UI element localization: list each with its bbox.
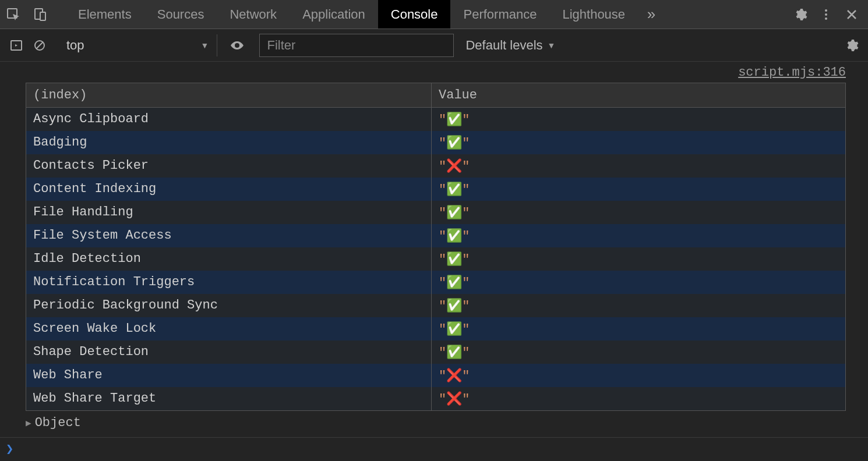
console-settings-gear-icon[interactable] — [840, 34, 863, 57]
table-row[interactable]: Notification Triggers"✅" — [26, 271, 845, 294]
table-cell-value: "✅" — [432, 341, 845, 364]
table-row[interactable]: Contacts Picker"❌" — [26, 154, 845, 178]
table-cell-value: "❌" — [432, 154, 845, 178]
table-row[interactable]: Shape Detection"✅" — [26, 341, 845, 364]
table-row[interactable]: Web Share"❌" — [26, 364, 845, 387]
table-row[interactable]: Idle Detection"✅" — [26, 247, 845, 271]
table-row[interactable]: Badging"✅" — [26, 131, 845, 154]
table-cell-value: "✅" — [432, 317, 845, 341]
table-cell-value: "✅" — [432, 131, 845, 154]
tab-application[interactable]: Application — [290, 0, 378, 29]
message-source-row: script.mjs:316 — [0, 62, 868, 83]
tab-console[interactable]: Console — [378, 0, 451, 29]
console-input[interactable] — [19, 442, 862, 456]
tab-network[interactable]: Network — [217, 0, 290, 29]
table-cell-index: Content Indexing — [26, 178, 432, 201]
table-header-value[interactable]: Value — [432, 83, 845, 107]
console-table: (index) Value Async Clipboard"✅"Badging"… — [26, 83, 846, 411]
source-link[interactable]: script.mjs:316 — [738, 65, 846, 80]
execution-context-select[interactable]: top ▼ — [59, 34, 217, 56]
execution-context-label: top — [66, 38, 84, 53]
table-cell-value: "✅" — [432, 271, 845, 294]
live-expression-icon[interactable] — [225, 34, 249, 57]
object-expander[interactable]: ▶ Object — [26, 413, 868, 437]
chevron-down-icon: ▼ — [548, 41, 556, 50]
log-levels-label: Default levels — [465, 38, 542, 53]
log-levels-select[interactable]: Default levels ▼ — [465, 38, 555, 53]
console-toolbar: top ▼ Default levels ▼ — [0, 29, 868, 62]
svg-rect-2 — [40, 12, 45, 20]
table-cell-value: "❌" — [432, 364, 845, 387]
panel-tabs: ElementsSourcesNetworkApplicationConsole… — [65, 0, 638, 29]
table-row[interactable]: Periodic Background Sync"✅" — [26, 294, 845, 317]
disclosure-triangle-icon: ▶ — [26, 417, 31, 429]
tab-sources[interactable]: Sources — [144, 0, 217, 29]
console-filter-input[interactable] — [259, 34, 454, 57]
table-cell-value: "✅" — [432, 247, 845, 271]
table-cell-value: "❌" — [432, 387, 845, 410]
table-cell-index: Idle Detection — [26, 247, 432, 271]
table-row[interactable]: Async Clipboard"✅" — [26, 108, 845, 131]
tab-performance[interactable]: Performance — [450, 0, 549, 29]
table-cell-index: Screen Wake Lock — [26, 317, 432, 341]
table-cell-index: File Handling — [26, 201, 432, 224]
table-cell-value: "✅" — [432, 178, 845, 201]
table-row[interactable]: File Handling"✅" — [26, 201, 845, 224]
object-label: Object — [35, 416, 81, 430]
table-cell-index: Web Share — [26, 364, 432, 387]
table-cell-index: Shape Detection — [26, 341, 432, 364]
gear-icon[interactable] — [788, 0, 813, 29]
table-row[interactable]: Content Indexing"✅" — [26, 178, 845, 201]
svg-point-5 — [825, 17, 827, 20]
table-cell-index: Web Share Target — [26, 387, 432, 410]
console-sidebar-toggle-icon[interactable] — [5, 34, 28, 57]
console-prompt-row[interactable]: ❯ — [0, 437, 868, 460]
clear-console-icon[interactable] — [28, 34, 51, 57]
kebab-menu-icon[interactable] — [813, 0, 839, 29]
tab-elements[interactable]: Elements — [65, 0, 144, 29]
table-row[interactable]: Screen Wake Lock"✅" — [26, 317, 845, 341]
table-row[interactable]: Web Share Target"❌" — [26, 387, 845, 410]
device-toolbar-icon[interactable] — [27, 0, 54, 29]
table-cell-index: File System Access — [26, 224, 432, 247]
table-header-row: (index) Value — [26, 83, 845, 108]
console-output: script.mjs:316 (index) Value Async Clipb… — [0, 62, 868, 437]
svg-point-4 — [825, 13, 827, 16]
more-tabs-button[interactable]: » — [638, 0, 665, 29]
chevron-down-icon: ▼ — [201, 41, 209, 50]
table-header-index[interactable]: (index) — [26, 83, 432, 107]
table-body: Async Clipboard"✅"Badging"✅"Contacts Pic… — [26, 108, 845, 410]
table-row[interactable]: File System Access"✅" — [26, 224, 845, 247]
table-cell-value: "✅" — [432, 108, 845, 131]
table-cell-index: Badging — [26, 131, 432, 154]
tab-lighthouse[interactable]: Lighthouse — [549, 0, 638, 29]
table-cell-index: Async Clipboard — [26, 108, 432, 131]
inspect-element-icon[interactable] — [0, 0, 27, 29]
table-cell-value: "✅" — [432, 294, 845, 317]
tabbar-right-icons — [788, 0, 868, 29]
close-icon[interactable] — [839, 0, 865, 29]
table-cell-index: Periodic Background Sync — [26, 294, 432, 317]
svg-point-3 — [825, 9, 827, 12]
table-cell-value: "✅" — [432, 201, 845, 224]
table-cell-value: "✅" — [432, 224, 845, 247]
table-cell-index: Notification Triggers — [26, 271, 432, 294]
prompt-caret-icon: ❯ — [6, 441, 13, 457]
devtools-tabbar: ElementsSourcesNetworkApplicationConsole… — [0, 0, 868, 29]
table-cell-index: Contacts Picker — [26, 154, 432, 178]
